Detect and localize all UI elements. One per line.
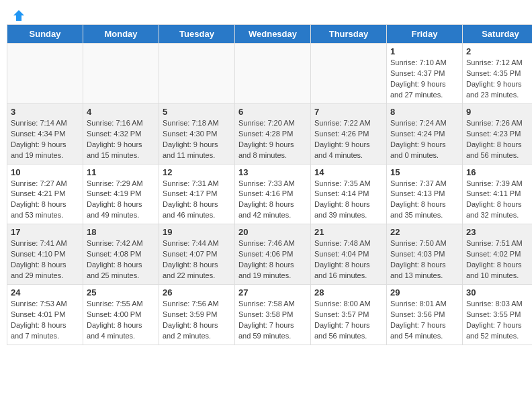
day-info: Sunrise: 8:03 AM Sunset: 3:55 PM Dayligh… [466, 299, 532, 342]
calendar-cell: 18Sunrise: 7:42 AM Sunset: 4:08 PM Dayli… [83, 224, 159, 285]
day-info: Sunrise: 7:16 AM Sunset: 4:32 PM Dayligh… [87, 118, 155, 161]
calendar-cell: 21Sunrise: 7:48 AM Sunset: 4:04 PM Dayli… [311, 224, 387, 285]
day-number: 17 [11, 227, 79, 237]
weekday-header-row: SundayMondayTuesdayWednesdayThursdayFrid… [7, 25, 533, 44]
calendar-cell: 28Sunrise: 8:00 AM Sunset: 3:57 PM Dayli… [311, 285, 387, 345]
day-info: Sunrise: 7:55 AM Sunset: 4:00 PM Dayligh… [87, 299, 155, 342]
day-number: 7 [314, 107, 383, 117]
day-number: 22 [390, 227, 459, 237]
day-info: Sunrise: 7:31 AM Sunset: 4:17 PM Dayligh… [163, 179, 231, 222]
day-info: Sunrise: 7:48 AM Sunset: 4:04 PM Dayligh… [314, 238, 383, 281]
weekday-monday: Monday [83, 25, 159, 44]
header [0, 0, 532, 24]
day-number: 29 [390, 287, 459, 298]
calendar-cell: 7Sunrise: 7:22 AM Sunset: 4:26 PM Daylig… [311, 103, 387, 164]
day-info: Sunrise: 7:27 AM Sunset: 4:21 PM Dayligh… [11, 179, 79, 222]
day-info: Sunrise: 7:44 AM Sunset: 4:07 PM Dayligh… [163, 238, 231, 281]
day-info: Sunrise: 7:51 AM Sunset: 4:02 PM Dayligh… [466, 238, 532, 281]
day-info: Sunrise: 7:24 AM Sunset: 4:24 PM Dayligh… [390, 118, 459, 161]
day-info: Sunrise: 7:58 AM Sunset: 3:58 PM Dayligh… [238, 299, 307, 342]
day-number: 6 [238, 107, 307, 117]
day-info: Sunrise: 7:22 AM Sunset: 4:26 PM Dayligh… [314, 118, 383, 161]
calendar-cell [311, 44, 387, 104]
day-number: 20 [238, 227, 307, 237]
day-number: 8 [390, 107, 459, 117]
weekday-tuesday: Tuesday [159, 25, 235, 44]
day-number: 25 [87, 287, 155, 298]
calendar-cell: 26Sunrise: 7:56 AM Sunset: 3:59 PM Dayli… [159, 285, 235, 345]
day-info: Sunrise: 7:26 AM Sunset: 4:23 PM Dayligh… [466, 118, 532, 161]
calendar-cell: 29Sunrise: 8:01 AM Sunset: 3:56 PM Dayli… [387, 285, 463, 345]
day-number: 28 [314, 287, 383, 298]
calendar-cell: 23Sunrise: 7:51 AM Sunset: 4:02 PM Dayli… [463, 224, 533, 285]
day-number: 3 [11, 107, 79, 117]
day-info: Sunrise: 8:00 AM Sunset: 3:57 PM Dayligh… [314, 299, 383, 342]
calendar-cell: 9Sunrise: 7:26 AM Sunset: 4:23 PM Daylig… [463, 103, 533, 164]
logo-icon [11, 8, 26, 23]
calendar-cell: 17Sunrise: 7:41 AM Sunset: 4:10 PM Dayli… [7, 224, 83, 285]
week-row-1: 1Sunrise: 7:10 AM Sunset: 4:37 PM Daylig… [7, 44, 533, 104]
calendar-cell: 19Sunrise: 7:44 AM Sunset: 4:07 PM Dayli… [159, 224, 235, 285]
calendar-cell [7, 44, 83, 104]
week-row-4: 17Sunrise: 7:41 AM Sunset: 4:10 PM Dayli… [7, 224, 533, 285]
svg-marker-0 [13, 10, 24, 21]
day-info: Sunrise: 7:14 AM Sunset: 4:34 PM Dayligh… [11, 118, 79, 161]
day-number: 4 [87, 107, 155, 117]
day-info: Sunrise: 7:46 AM Sunset: 4:06 PM Dayligh… [238, 238, 307, 281]
calendar-cell: 27Sunrise: 7:58 AM Sunset: 3:58 PM Dayli… [235, 285, 311, 345]
calendar-cell [159, 44, 235, 104]
calendar-cell: 16Sunrise: 7:39 AM Sunset: 4:11 PM Dayli… [463, 164, 533, 224]
calendar-cell: 22Sunrise: 7:50 AM Sunset: 4:03 PM Dayli… [387, 224, 463, 285]
day-info: Sunrise: 7:12 AM Sunset: 4:35 PM Dayligh… [466, 58, 532, 101]
calendar-cell: 25Sunrise: 7:55 AM Sunset: 4:00 PM Dayli… [83, 285, 159, 345]
calendar-body: 1Sunrise: 7:10 AM Sunset: 4:37 PM Daylig… [7, 44, 533, 345]
day-info: Sunrise: 7:39 AM Sunset: 4:11 PM Dayligh… [466, 179, 532, 222]
day-info: Sunrise: 7:56 AM Sunset: 3:59 PM Dayligh… [163, 299, 231, 342]
day-info: Sunrise: 7:20 AM Sunset: 4:28 PM Dayligh… [238, 118, 307, 161]
weekday-thursday: Thursday [311, 25, 387, 44]
day-number: 15 [390, 167, 459, 177]
calendar-cell: 11Sunrise: 7:29 AM Sunset: 4:19 PM Dayli… [83, 164, 159, 224]
day-number: 27 [238, 287, 307, 298]
logo-text [10, 8, 26, 21]
day-number: 30 [466, 287, 532, 298]
day-info: Sunrise: 7:41 AM Sunset: 4:10 PM Dayligh… [11, 238, 79, 281]
day-number: 14 [314, 167, 383, 177]
week-row-2: 3Sunrise: 7:14 AM Sunset: 4:34 PM Daylig… [7, 103, 533, 164]
calendar-cell: 4Sunrise: 7:16 AM Sunset: 4:32 PM Daylig… [83, 103, 159, 164]
day-number: 23 [466, 227, 532, 237]
week-row-3: 10Sunrise: 7:27 AM Sunset: 4:21 PM Dayli… [7, 164, 533, 224]
calendar-cell [83, 44, 159, 104]
weekday-saturday: Saturday [463, 25, 533, 44]
day-number: 11 [87, 167, 155, 177]
calendar-cell [235, 44, 311, 104]
day-number: 18 [87, 227, 155, 237]
calendar-table: SundayMondayTuesdayWednesdayThursdayFrid… [7, 24, 532, 345]
weekday-sunday: Sunday [7, 25, 83, 44]
day-number: 26 [163, 287, 231, 298]
calendar-cell: 24Sunrise: 7:53 AM Sunset: 4:01 PM Dayli… [7, 285, 83, 345]
week-row-5: 24Sunrise: 7:53 AM Sunset: 4:01 PM Dayli… [7, 285, 533, 345]
calendar-cell: 5Sunrise: 7:18 AM Sunset: 4:30 PM Daylig… [159, 103, 235, 164]
calendar-cell: 12Sunrise: 7:31 AM Sunset: 4:17 PM Dayli… [159, 164, 235, 224]
day-number: 2 [466, 46, 532, 56]
day-info: Sunrise: 7:42 AM Sunset: 4:08 PM Dayligh… [87, 238, 155, 281]
day-info: Sunrise: 7:35 AM Sunset: 4:14 PM Dayligh… [314, 179, 383, 222]
calendar-cell: 2Sunrise: 7:12 AM Sunset: 4:35 PM Daylig… [463, 44, 533, 104]
day-info: Sunrise: 7:37 AM Sunset: 4:13 PM Dayligh… [390, 179, 459, 222]
day-info: Sunrise: 7:18 AM Sunset: 4:30 PM Dayligh… [163, 118, 231, 161]
calendar-cell: 8Sunrise: 7:24 AM Sunset: 4:24 PM Daylig… [387, 103, 463, 164]
calendar-cell: 14Sunrise: 7:35 AM Sunset: 4:14 PM Dayli… [311, 164, 387, 224]
day-number: 21 [314, 227, 383, 237]
calendar-cell: 30Sunrise: 8:03 AM Sunset: 3:55 PM Dayli… [463, 285, 533, 345]
weekday-friday: Friday [387, 25, 463, 44]
day-info: Sunrise: 8:01 AM Sunset: 3:56 PM Dayligh… [390, 299, 459, 342]
day-number: 19 [163, 227, 231, 237]
logo [10, 8, 26, 21]
day-number: 13 [238, 167, 307, 177]
day-number: 24 [11, 287, 79, 298]
day-number: 1 [390, 46, 459, 56]
day-number: 12 [163, 167, 231, 177]
day-info: Sunrise: 7:50 AM Sunset: 4:03 PM Dayligh… [390, 238, 459, 281]
calendar-cell: 3Sunrise: 7:14 AM Sunset: 4:34 PM Daylig… [7, 103, 83, 164]
